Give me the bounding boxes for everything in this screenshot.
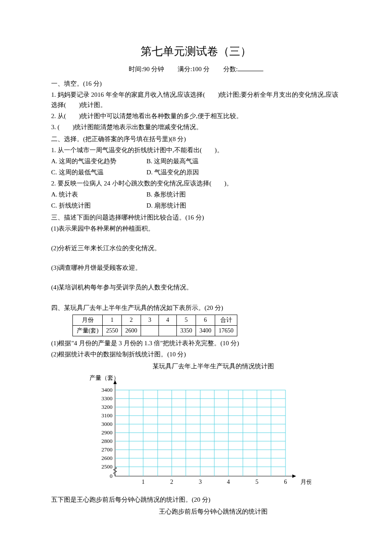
spacer [51, 293, 341, 301]
table-header: 1 [103, 315, 122, 325]
table-header: 3 [141, 315, 159, 325]
chart-axes [113, 380, 296, 478]
x-tick: 1 [142, 479, 145, 485]
table-header: 月份 [73, 315, 103, 325]
s2-q2-options-2: C. 折线统计图 D. 扇形统计图 [51, 200, 341, 211]
s2-q2-d: D. 扇形统计图 [147, 200, 186, 211]
table-cell: 2600 [122, 325, 141, 336]
y-tick: 3100 [101, 412, 112, 419]
s3-q1: (1)表示果园中各种果树的种植面积。 [51, 223, 341, 234]
table-cell: 17650 [215, 325, 237, 336]
y-axis-label: 产量（套） [89, 375, 119, 381]
table-cell: 3350 [177, 325, 196, 336]
y-tick: 2600 [101, 455, 112, 461]
s2-q1-a: A. 这周的气温变化趋势 [51, 156, 145, 166]
table-header: 2 [122, 315, 141, 325]
chart-title: 某玩具厂去年上半年生产玩具的情况统计图 [85, 361, 341, 371]
y-tick: 2900 [101, 429, 112, 436]
production-table: 月份 1 2 3 4 5 6 合计 产量(套) 2550 2600 3350 3… [72, 315, 237, 337]
spacer [51, 274, 341, 281]
table-cell: 2550 [103, 325, 122, 336]
x-tick: 3 [199, 479, 202, 485]
s2-q2-c: C. 折线统计图 [51, 200, 145, 211]
table-header: 4 [159, 315, 177, 325]
spacer [51, 234, 341, 242]
table-row-label: 产量(套) [73, 325, 103, 336]
table-cell[interactable] [159, 325, 177, 336]
x-ticks: 1 2 3 4 5 6 [142, 479, 287, 485]
s2-q2-options-1: A. 统计表 B. 条形统计图 [51, 189, 341, 199]
meta-time: 时间:90 分钟 [129, 64, 164, 74]
x-tick: 2 [170, 479, 173, 485]
table-header: 5 [177, 315, 196, 325]
s2-q1-c: C. 这周的最低气温 [51, 167, 145, 177]
score-blank[interactable] [238, 64, 263, 71]
section-5-heading: 五下图是王心跑步前后每分钟心跳情况的统计图。(20 分) [51, 494, 341, 505]
meta-full: 满分:100 分 [178, 64, 210, 74]
table-row: 产量(套) 2550 2600 3350 3400 17650 [73, 325, 237, 336]
s2-q1-options-1: A. 这周的气温变化趋势 B. 这周的最高气温 [51, 156, 341, 166]
x-arrow-icon [292, 474, 296, 478]
chart-svg: 产量（套） [85, 374, 311, 489]
s1-q1: 1. 妈妈要记录 2016 年全年的家庭月收入情况,应该选择( )统计图;要分析… [51, 90, 341, 110]
y-ticks: 0 2500 2600 2700 2800 2900 3000 3100 320… [101, 387, 112, 479]
spacer [51, 254, 341, 262]
s2-q1: 1. 从一个城市一周气温变化的折线统计图中,不能看出( )。 [51, 145, 341, 155]
table-cell[interactable] [141, 325, 159, 336]
s4-sub2: (2)根据统计表中的数据绘制折线统计图。(10 分) [51, 349, 341, 359]
x-axis-label: 月份 [300, 479, 311, 485]
table-header: 合计 [215, 315, 237, 325]
blank-line-chart: 产量（套） [85, 374, 341, 492]
y-tick: 3300 [101, 395, 112, 402]
section-4-heading: 四、某玩具厂去年上半年生产玩具的情况如下表所示。(20 分) [51, 303, 341, 313]
section-1-heading: 一、填空。(16 分) [51, 78, 341, 89]
y-tick: 3000 [101, 421, 112, 427]
table-header: 6 [196, 315, 215, 325]
y-tick: 3400 [101, 387, 112, 393]
meta-line: 时间:90 分钟 满分:100 分 分数: [51, 64, 341, 74]
s1-q3: 3. ( )统计图能清楚地表示出数量的增减变化情况。 [51, 122, 341, 132]
s3-q3: (3)调查哪种月饼最受顾客欢迎。 [51, 263, 341, 273]
chart5-title: 王心跑步前后每分钟心跳情况的统计图 [85, 506, 341, 517]
section-2-heading: 二、选择。(把正确答案的序号填在括号里)(8 分) [51, 134, 341, 144]
s1-q2: 2. 从( )统计图中可以清楚地看出各种数量的多少,便于相互比较。 [51, 111, 341, 121]
grid-vertical [129, 390, 285, 476]
table-cell: 3400 [196, 325, 215, 336]
s3-q4: (4)某培训机构每年参与受训学员的人数变化情况。 [51, 282, 341, 292]
s3-q2: (2)分析近三年来长江水位的变化情况。 [51, 243, 341, 253]
s2-q1-b: B. 这周的最高气温 [147, 156, 199, 166]
s2-q2-a: A. 统计表 [51, 189, 145, 199]
s2-q1-d: D. 气温变化的原因 [147, 167, 199, 177]
s2-q1-options-2: C. 这周的最低气温 D. 气温变化的原因 [51, 167, 341, 177]
meta-score: 分数: [223, 64, 263, 74]
y-tick: 3200 [101, 404, 112, 410]
y-tick: 2700 [101, 446, 112, 453]
x-tick: 6 [284, 479, 287, 485]
y-tick: 0 [110, 473, 113, 479]
s2-q2: 2. 要反映一位病人 24 小时心跳次数的变化情况,应该选择( )。 [51, 178, 341, 188]
s4-sub1: (1)根据"4 月份的产量是 3 月份的 1.3 倍"把统计表补充完整。(10 … [51, 338, 341, 348]
y-tick: 2500 [101, 463, 112, 470]
s2-q2-b: B. 条形统计图 [147, 189, 186, 199]
page-title: 第七单元测试卷（三） [51, 43, 341, 61]
x-tick: 4 [227, 479, 230, 485]
table-header-row: 月份 1 2 3 4 5 6 合计 [73, 315, 237, 325]
meta-score-label: 分数: [223, 66, 238, 72]
x-tick: 5 [256, 479, 259, 485]
y-tick: 2800 [101, 438, 112, 444]
section-3-heading: 三、描述下面的问题选择哪种统计图比较合适。(16 分) [51, 212, 341, 223]
